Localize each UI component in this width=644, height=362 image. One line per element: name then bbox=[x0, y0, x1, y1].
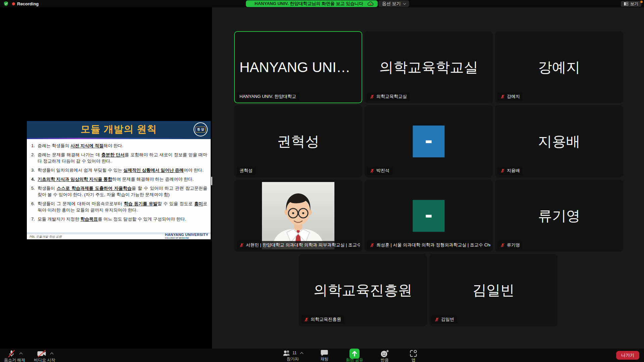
university-seal-icon: 한 양 bbox=[194, 122, 208, 136]
participant-tile[interactable]: -최성훈 | 서울 의과대학 의학과 정형외과학교실 | 조교수 Choi bbox=[365, 180, 493, 252]
top-bar: Recording HANYANG UNIV. 한양대학교님의 화면을 보고 있… bbox=[0, 0, 644, 7]
participant-count: 11 bbox=[292, 351, 297, 355]
slide-item-text: 증례는 문제를 해결해 나가는 데 충분한 단서를 포함해야 하고 새로이 정보… bbox=[38, 152, 207, 164]
muted-mic-icon bbox=[500, 95, 505, 99]
muted-mic-icon bbox=[370, 169, 374, 173]
slide-list: 1.증례는 학생들의 사전 지식에 적절해야 한다.2.증례는 문제를 해결해 … bbox=[27, 139, 211, 222]
participant-name-label: 최성훈 | 서울 의과대학 의학과 정형외과학교실 | 조교수 Choi bbox=[367, 241, 490, 249]
chevron-up-icon[interactable] bbox=[300, 352, 304, 355]
slide-list-item: 6.학생들이 그 문제에 대하여 마음속으로부터 학습 동기를 유발할 수 있을… bbox=[29, 200, 207, 213]
recording-dot-icon bbox=[12, 2, 15, 5]
zoom-meeting-window: Recording HANYANG UNIV. 한양대학교님의 화면을 보고 있… bbox=[0, 0, 644, 362]
toolbar-button-label: 음소거 해제 bbox=[4, 357, 25, 362]
apps-icon bbox=[410, 350, 417, 357]
slide-header: 모듈 개발의 원칙 한 양 bbox=[27, 121, 211, 138]
toolbar-button-label: 채팅 bbox=[320, 356, 328, 362]
participant-profile-photo bbox=[262, 182, 334, 249]
participant-name-label: HANYANG UNIV. 한양대학교 bbox=[236, 93, 299, 101]
slide-list-item: 1.증례는 학생들의 사전 지식에 적절해야 한다. bbox=[29, 142, 207, 149]
slide-title: 모듈 개발의 원칙 bbox=[80, 123, 157, 136]
participant-tile[interactable]: 서현민 | 한양대학교 의과대학 의학과 피부과학교실 | 조교수 | bbox=[234, 180, 362, 252]
slide-item-number: 3. bbox=[29, 167, 38, 173]
slide-item-number: 1. bbox=[29, 142, 38, 149]
toolbar-center-group: 11참가자채팅화면 공유반응앱 bbox=[280, 349, 423, 362]
divider-drag-handle[interactable] bbox=[211, 177, 212, 185]
toolbar-button-음소거-해제[interactable]: 음소거 해제 bbox=[2, 349, 27, 362]
recording-label: Recording bbox=[17, 1, 39, 6]
participant-name-label: 지용배 bbox=[497, 167, 523, 175]
options-view-label: 옵션 보기 bbox=[382, 1, 401, 7]
participant-name-label: 박진석 bbox=[367, 167, 392, 175]
participant-name-text: 의학교육진흥원 bbox=[311, 316, 341, 322]
toolbar-button-참가자[interactable]: 11참가자 bbox=[280, 349, 305, 362]
participant-tile[interactable]: -박진석 bbox=[365, 105, 493, 177]
participant-name-text: 최성훈 | 서울 의과대학 의학과 정형외과학교실 | 조교수 Choi bbox=[376, 242, 490, 248]
video-off-icon bbox=[37, 350, 47, 358]
toolbar-button-label: 비디오 시작 bbox=[34, 357, 55, 362]
slide-item-number: 7. bbox=[29, 216, 38, 222]
participant-name-text: HANYANG UNIV. 한양대학교 bbox=[239, 94, 296, 100]
participant-name-text: 권혁성 bbox=[239, 168, 253, 174]
toolbar-button-label: 앱 bbox=[412, 357, 416, 362]
security-shield-icon[interactable] bbox=[3, 1, 9, 6]
participant-name-text: 의학교육학교실 bbox=[376, 94, 407, 100]
slide-list-item: 7.모듈 개발자가 지정한 학습목표를 어느 정도 달성할 수 있게 구성되어야… bbox=[29, 216, 207, 222]
chevron-up-icon[interactable] bbox=[19, 353, 23, 356]
presentation-slide: 모듈 개발의 원칙 한 양 1.증례는 학생들의 사전 지식에 적절해야 한다.… bbox=[27, 121, 211, 239]
participant-name-text: 김일빈 bbox=[441, 316, 454, 322]
toolbar-button-화면-공유[interactable]: 화면 공유 bbox=[344, 349, 365, 362]
slide-item-text: 학생들이 스스로 학습과제를 도출하여 자율학습을 할 수 있어야 하고 관련 … bbox=[38, 185, 207, 198]
muted-mic-icon bbox=[500, 169, 505, 173]
screen-share-banner: HANYANG UNIV. 한양대학교님의 화면을 보고 있습니다 bbox=[246, 0, 378, 7]
slide-list-item: 4.기초의학 지식과 임상의학 지식을 통합하여 문제를 해결해야 하는 증례여… bbox=[29, 176, 207, 182]
toolbar-button-label: 화면 공유 bbox=[346, 357, 363, 362]
participant-name-text: 박진석 bbox=[376, 168, 389, 174]
participant-name-text: 서현민 | 한양대학교 의과대학 의학과 피부과학교실 | 조교수 | bbox=[246, 242, 360, 248]
notification-dot bbox=[640, 1, 643, 3]
participant-tile[interactable]: 권혁성권혁성 bbox=[234, 105, 362, 177]
participants-icon bbox=[282, 350, 291, 356]
participant-tile[interactable]: 김일빈김일빈 bbox=[429, 254, 557, 326]
slide-item-number: 4. bbox=[29, 176, 38, 182]
participant-tile[interactable]: 류기영류기영 bbox=[495, 180, 623, 252]
participant-tile[interactable]: HANYANG UNIV. 한양대학교HANYANG UNIV. 한양대학교 bbox=[234, 31, 362, 103]
reactions-icon bbox=[380, 350, 389, 358]
view-button[interactable]: 보기 bbox=[621, 1, 641, 7]
chevron-up-icon[interactable] bbox=[50, 353, 53, 356]
slide-item-text: 모듈 개발자가 지정한 학습목표를 어느 정도 달성할 수 있게 구성되어야 한… bbox=[38, 216, 207, 222]
participant-name-text: 강예지 bbox=[507, 94, 520, 100]
slide-item-number: 2. bbox=[29, 152, 38, 164]
chevron-down-icon bbox=[403, 2, 406, 4]
toolbar-button-채팅[interactable]: 채팅 bbox=[315, 349, 334, 362]
participant-name-label: 의학교육학교실 bbox=[367, 93, 410, 101]
slide-item-text: 학생들이 일차의료에서 쉽게 부딪힐 수 있는 실제적인 상황에서 일어난 증례… bbox=[38, 167, 207, 173]
muted-mic-icon bbox=[435, 317, 439, 322]
muted-mic-icon bbox=[304, 317, 309, 322]
participant-tile[interactable]: 의학교육학교실의학교육학교실 bbox=[365, 31, 493, 103]
leave-button[interactable]: 나가기 bbox=[616, 351, 639, 360]
university-logo: HANYANG UNIVERSITY COLLEGE OF MEDICINE bbox=[165, 233, 208, 239]
toolbar-button-앱[interactable]: 앱 bbox=[404, 349, 423, 362]
options-view-button[interactable]: 옵션 보기 bbox=[378, 0, 409, 7]
toolbar-button-label: 참가자 bbox=[287, 356, 299, 362]
slide-footer-note: PBL 모듈개발 작성 요령 bbox=[30, 235, 62, 239]
mic-off-icon bbox=[7, 350, 16, 358]
gallery-view-icon bbox=[624, 2, 628, 6]
chat-icon bbox=[321, 350, 328, 356]
participant-name-text: 지용배 bbox=[507, 168, 520, 174]
toolbar-button-label: 반응 bbox=[381, 357, 389, 362]
slide-item-number: 5. bbox=[29, 185, 38, 198]
muted-mic-icon bbox=[370, 243, 374, 247]
participant-name-label: 권혁성 bbox=[236, 167, 256, 175]
slide-item-text: 학생들이 그 문제에 대하여 마음속으로부터 학습 동기를 유발할 수 있을 정… bbox=[38, 200, 207, 213]
toolbar-button-반응[interactable]: 반응 bbox=[375, 349, 394, 362]
participant-tile[interactable]: 지용배지용배 bbox=[495, 105, 623, 177]
cloud-recording-icon bbox=[367, 1, 374, 6]
bottom-toolbar: 음소거 해제비디오 시작 11참가자채팅화면 공유반응앱 나가기 bbox=[0, 349, 644, 362]
participant-tile[interactable]: 강예지강예지 bbox=[495, 31, 623, 103]
participant-name-label: 서현민 | 한양대학교 의과대학 의학과 피부과학교실 | 조교수 | bbox=[236, 241, 360, 249]
participant-tile[interactable]: 의학교육진흥원의학교육진흥원 bbox=[299, 254, 427, 326]
participant-name-label: 강예지 bbox=[497, 93, 523, 101]
toolbar-button-비디오-시작[interactable]: 비디오 시작 bbox=[32, 349, 57, 362]
participant-name-label: 류기영 bbox=[497, 241, 523, 249]
